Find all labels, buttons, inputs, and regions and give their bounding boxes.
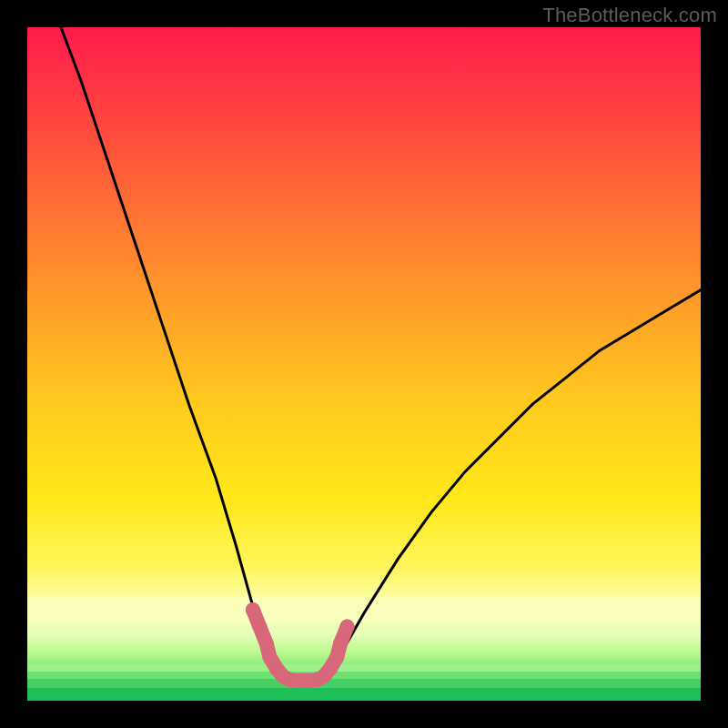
marker-dot — [252, 620, 267, 634]
marker-dot — [246, 602, 260, 617]
watermark-text: TheBottleneck.com — [542, 4, 717, 27]
green-stripe-2 — [27, 672, 701, 679]
chart-svg — [27, 27, 701, 701]
marker-dot — [333, 636, 348, 651]
marker-dot — [329, 650, 344, 664]
green-stripe-4 — [27, 688, 701, 701]
green-stripe-3 — [27, 679, 701, 688]
pale-band — [27, 596, 701, 623]
green-stripe-1 — [27, 664, 701, 672]
marker-dot — [340, 620, 355, 634]
plot-area — [27, 27, 701, 701]
chart-stage: TheBottleneck.com — [0, 0, 728, 728]
marker-dot — [259, 636, 274, 651]
